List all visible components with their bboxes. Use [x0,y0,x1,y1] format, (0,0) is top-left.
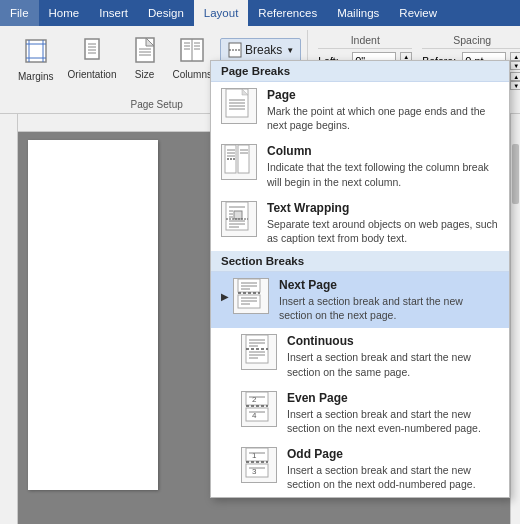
even-page-item-text: Even Page Insert a section break and sta… [287,391,499,435]
next-page-item-desc: Insert a section break and start the new… [279,294,499,322]
spacing-label: Spacing [422,34,520,49]
breaks-icon [227,42,243,58]
continuous-item-title: Continuous [287,334,499,348]
column-item-title: Column [267,144,499,158]
tab-review[interactable]: Review [389,0,447,26]
page-item-desc: Mark the point at which one page ends an… [267,104,499,132]
svg-rect-32 [238,145,249,173]
even-page-item-title: Even Page [287,391,499,405]
next-page-item-text: Next Page Insert a section break and sta… [279,278,499,322]
dropdown-item-continuous[interactable]: Continuous Insert a section break and st… [211,328,509,384]
section-breaks-header: Section Breaks [211,251,509,272]
size-icon [131,36,159,67]
margins-label: Margins [18,71,54,82]
page-item-title: Page [267,88,499,102]
tab-mailings[interactable]: Mailings [327,0,389,26]
orientation-icon [78,36,106,67]
next-page-item-title: Next Page [279,278,499,292]
orientation-button[interactable]: Orientation [62,34,123,84]
column-item-text: Column Indicate that the text following … [267,144,499,188]
odd-page-item-text: Odd Page Insert a section break and star… [287,447,499,491]
page-breaks-header: Page Breaks [211,61,509,82]
next-page-icon [233,278,269,314]
spacing-before-up[interactable]: ▲ [510,52,520,61]
dropdown-item-even-page[interactable]: 2 4 Even Page Insert a section break and… [211,385,509,441]
page-item-text: Page Mark the point at which one page en… [267,88,499,132]
breaks-label: Breaks [245,43,282,57]
breaks-button[interactable]: Breaks ▼ [220,38,301,62]
dropdown-item-text-wrapping[interactable]: Text Wrapping Separate text around objec… [211,195,509,251]
svg-rect-77 [246,464,268,477]
tab-design[interactable]: Design [138,0,194,26]
next-page-icon-wrap: ▶ [221,278,269,314]
continuous-item-text: Continuous Insert a section break and st… [287,334,499,378]
next-page-selected-indicator: ▶ [221,291,229,302]
columns-label: Columns [173,69,212,80]
margins-icon [22,36,50,69]
continuous-icon [241,334,277,370]
breaks-dropdown: Page Breaks Page Mark the point at which… [210,60,510,498]
svg-text:1: 1 [252,451,257,460]
continuous-item-desc: Insert a section break and start the new… [287,350,499,378]
text-wrap-item-text: Text Wrapping Separate text around objec… [267,201,499,245]
svg-rect-73 [246,448,268,461]
spacing-after-up[interactable]: ▲ [510,72,520,81]
indent-label: Indent [318,34,412,49]
breaks-dropdown-arrow: ▼ [286,46,294,55]
tab-layout[interactable]: Layout [194,0,249,26]
left-ruler [0,114,18,524]
dropdown-item-page[interactable]: Page Mark the point at which one page en… [211,82,509,138]
odd-page-item-title: Odd Page [287,447,499,461]
document-page [28,140,158,490]
size-label: Size [135,69,154,80]
text-wrap-icon [221,201,257,237]
svg-rect-10 [136,38,154,62]
svg-rect-40 [234,211,242,219]
svg-rect-66 [246,392,268,405]
tab-insert[interactable]: Insert [89,0,138,26]
tab-file[interactable]: File [0,0,39,26]
column-break-icon [221,144,257,180]
text-wrap-item-desc: Separate text around objects on web page… [267,217,499,245]
spacing-before-down[interactable]: ▼ [510,61,520,70]
dropdown-item-odd-page[interactable]: 1 3 Odd Page Insert a section break and … [211,441,509,497]
tab-references[interactable]: References [248,0,327,26]
dropdown-item-next-page[interactable]: ▶ Next Page Insert a section break and s… [211,272,509,328]
even-page-item-desc: Insert a section break and start the new… [287,407,499,435]
ribbon-tabs: File Home Insert Design Layout Reference… [0,0,520,26]
odd-page-icon: 1 3 [241,447,277,483]
page-break-icon [221,88,257,124]
tab-home[interactable]: Home [39,0,90,26]
size-button[interactable]: Size [125,34,165,84]
spacing-after-down[interactable]: ▼ [510,81,520,90]
margins-button[interactable]: Margins [12,34,60,84]
svg-rect-70 [246,408,268,421]
spacing-before-arrows: ▲ ▼ [510,52,520,70]
columns-icon [178,36,206,67]
scrollbar-thumb[interactable] [512,144,519,204]
orientation-label: Orientation [68,69,117,80]
odd-page-item-desc: Insert a section break and start the new… [287,463,499,491]
svg-text:2: 2 [252,395,257,404]
svg-rect-5 [85,39,99,59]
even-page-icon: 2 4 [241,391,277,427]
vertical-scrollbar[interactable] [510,114,520,524]
spacing-after-arrows: ▲ ▼ [510,72,520,90]
text-wrap-item-title: Text Wrapping [267,201,499,215]
column-item-desc: Indicate that the text following the col… [267,160,499,188]
dropdown-item-column[interactable]: Column Indicate that the text following … [211,138,509,194]
